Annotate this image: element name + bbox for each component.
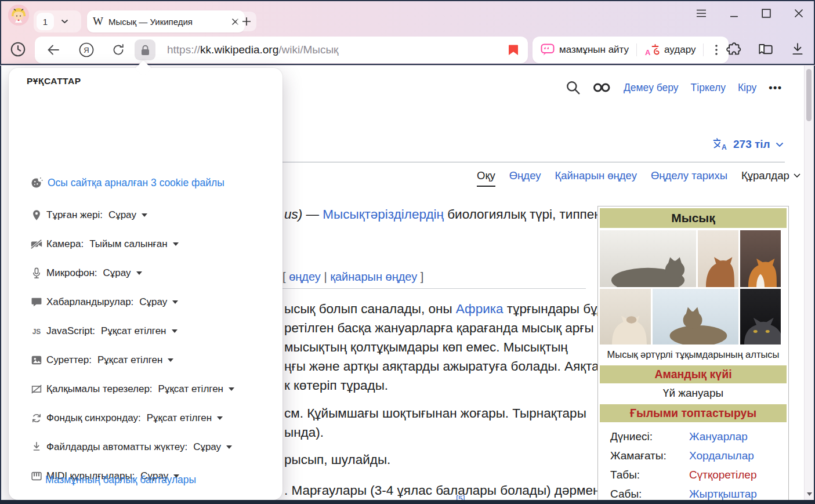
africa-link[interactable]: Африка — [456, 302, 504, 316]
tab-edit[interactable]: Өңдеу — [509, 169, 541, 182]
clock-icon — [9, 41, 27, 58]
browser-tab[interactable]: W Мысық — Уикипедия — [87, 10, 245, 32]
url-text[interactable]: https://kk.wikipedia.org/wiki/Мысық — [167, 43, 338, 56]
page-scrollbar[interactable] — [804, 66, 814, 500]
permission-row-auto-downloads[interactable]: Файлдарды автоматты жүктеу: Сұрау — [9, 433, 282, 462]
close-window-button[interactable] — [792, 7, 805, 20]
chevron-down-icon — [794, 173, 800, 178]
extensions-button[interactable] — [726, 42, 742, 57]
edit-source-link[interactable]: қайнарын өңдеу — [330, 270, 417, 283]
minimize-button[interactable] — [727, 7, 740, 20]
donate-link[interactable]: Демеу беру — [624, 82, 679, 94]
language-icon: A — [712, 137, 728, 151]
more-actions-kebab-icon[interactable] — [715, 44, 718, 56]
puzzle-icon — [726, 42, 742, 57]
cookie-icon — [30, 176, 43, 189]
taxonomy-row: Дүниесі: Жануарлар — [610, 427, 783, 446]
header-overflow-menu[interactable]: ••• — [769, 82, 782, 94]
permission-row-notifications[interactable]: Хабарландырулар: Сұрау — [9, 288, 282, 317]
permission-row-background-sync[interactable]: Фондық синхрондау: Рұқсат етілген — [9, 404, 282, 433]
paragraph-line: ретілген басқа жануарларға қарағанда мыс… — [284, 321, 594, 336]
history-button[interactable] — [9, 41, 27, 58]
collections-button[interactable] — [758, 42, 774, 57]
reload-icon[interactable] — [111, 43, 125, 57]
edit-link[interactable]: өңдеу — [289, 270, 321, 283]
back-icon[interactable] — [46, 44, 60, 56]
paragraph-line: рысып, шулайды. — [284, 452, 390, 467]
profile-avatar[interactable] — [8, 5, 29, 26]
dropdown-caret[interactable] — [172, 300, 178, 304]
auto-download-icon — [30, 441, 43, 454]
taskbar-edge — [0, 500, 815, 504]
svg-text:JS: JS — [32, 328, 41, 336]
cat-photo-tabby-lying[interactable] — [600, 230, 696, 287]
cookies-row[interactable]: Осы сайтқа арналған 3 cookie файлы — [30, 174, 224, 191]
cat-photo-tabby-snow[interactable] — [653, 289, 738, 345]
language-selector[interactable]: A 273 тіл — [712, 137, 784, 151]
microphone-icon — [30, 267, 43, 280]
menu-hamburger-button[interactable] — [695, 7, 708, 20]
permission-row-microphone[interactable]: Микрофон: Сұрау — [9, 259, 282, 288]
all-content-settings-link[interactable]: Мазмұнның барлық баптаулары — [45, 474, 196, 486]
new-tab-button[interactable] — [237, 12, 256, 31]
tab-group-control[interactable]: 1 — [34, 10, 81, 32]
location-pin-icon — [30, 209, 43, 222]
cat-photo-siamese[interactable] — [600, 289, 651, 345]
phylum-link[interactable]: Хордалылар — [689, 449, 754, 462]
article-tabs: Оқу Өңдеу Қайнарын өңдеу Өңделу тарихы Қ… — [477, 169, 800, 182]
dropdown-caret[interactable] — [217, 416, 223, 420]
dropdown-caret[interactable] — [136, 271, 142, 275]
class-link[interactable]: Сүтқоретілер — [689, 469, 756, 481]
tab-count-badge[interactable]: 1 — [37, 13, 54, 30]
dropdown-caret[interactable] — [168, 358, 173, 362]
site-permissions-lock-button[interactable] — [135, 39, 155, 60]
collections-icon — [758, 42, 774, 57]
downloads-button[interactable] — [790, 42, 805, 57]
cookies-link[interactable]: Осы сайтқа арналған 3 cookie файлы — [48, 177, 224, 189]
family-link[interactable]: Мысықтәрізділердің — [323, 207, 444, 222]
translate-icon[interactable]: A — [644, 43, 660, 57]
dropdown-caret[interactable] — [172, 329, 178, 333]
permission-row-popups[interactable]: Қалқымалы терезелер: Рұқсат етілген — [9, 375, 282, 404]
cat-photo-orange-white[interactable] — [740, 230, 781, 287]
permission-row-camera[interactable]: Камера: Тыйым салынған — [9, 230, 282, 259]
cat-photo-collage — [600, 230, 787, 345]
read-aloud-button[interactable]: мазмұнын айту — [559, 44, 629, 56]
cat-photo-gray[interactable] — [740, 289, 781, 345]
bookmark-flag-icon[interactable] — [508, 44, 519, 56]
permission-row-javascript[interactable]: JS JavaScript: Рұқсат етілген — [9, 317, 282, 346]
maximize-button[interactable] — [760, 7, 773, 20]
paragraph-line: ңғы және артқы аяқтарды ажыратуға болады… — [284, 359, 615, 374]
dropdown-caret[interactable] — [229, 387, 234, 391]
address-bar[interactable]: Я https://kk.wikipedia.org/wiki/Мысық — [35, 37, 528, 63]
paragraph-line: ында). — [284, 425, 324, 440]
dropdown-caret[interactable] — [142, 213, 147, 217]
tab-tools[interactable]: Құралдар — [741, 169, 800, 182]
scrollbar-thumb[interactable] — [806, 69, 812, 121]
window-controls — [695, 7, 805, 20]
dropdown-caret[interactable] — [226, 445, 232, 449]
kingdom-link[interactable]: Жануарлар — [689, 430, 748, 443]
dropdown-caret[interactable] — [173, 242, 179, 246]
permission-row-location[interactable]: Тұрған жері: Сұрау — [9, 201, 282, 230]
tab-history[interactable]: Өңделу тарихы — [651, 169, 727, 182]
svg-text:A: A — [645, 48, 651, 57]
wikipedia-favicon: W — [93, 15, 103, 28]
taxonomy-row: Жамағаты: Хордалылар — [610, 446, 783, 465]
register-link[interactable]: Тіркелу — [691, 82, 726, 94]
translate-button[interactable]: аудару — [664, 44, 696, 56]
infobox-caption: Мысық әртүрлі тұқымдарының алтысы — [600, 346, 787, 364]
tab-edit-source[interactable]: Қайнарын өңдеу — [555, 169, 636, 182]
cat-photo-abyssinian[interactable] — [698, 230, 738, 287]
scroll-down-arrow-icon — [807, 492, 812, 496]
yandex-services-icon[interactable]: Я — [79, 42, 94, 57]
paragraph-line: см. Құйымшағы шоқтығынан жоғары. Тырнақт… — [284, 406, 586, 421]
login-link[interactable]: Кіру — [738, 82, 756, 94]
read-aloud-icon[interactable] — [541, 43, 555, 56]
tab-read[interactable]: Оқу — [477, 169, 495, 182]
permission-row-images[interactable]: Суреттер: Рұқсат етілген — [9, 346, 282, 375]
order-link[interactable]: Жыртқыштар — [689, 488, 757, 501]
search-icon[interactable] — [566, 80, 581, 95]
scrollbar-down-button[interactable] — [805, 490, 814, 499]
appearance-oo-icon[interactable] — [593, 82, 611, 93]
